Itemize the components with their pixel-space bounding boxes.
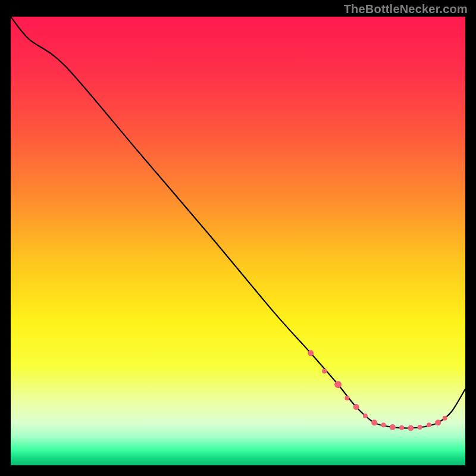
marker-point — [435, 419, 441, 425]
marker-point — [399, 425, 404, 430]
marker-point — [427, 422, 431, 427]
marker-point — [345, 396, 349, 400]
marker-point — [353, 404, 359, 410]
marker-point — [443, 416, 447, 421]
marker-point — [381, 422, 386, 427]
plot-area — [11, 17, 465, 465]
marker-point — [390, 424, 396, 430]
chart-svg — [11, 17, 465, 465]
marker-point — [363, 414, 368, 418]
attribution-text: TheBottleNecker.com — [344, 2, 468, 16]
marker-point — [322, 369, 327, 374]
marker-point — [308, 350, 314, 356]
marker-point — [371, 419, 377, 425]
marker-point — [418, 425, 422, 430]
marker-point — [408, 425, 414, 431]
chart-frame: TheBottleNecker.com — [0, 0, 476, 476]
marker-point — [334, 381, 342, 388]
gradient-bg — [11, 17, 465, 465]
